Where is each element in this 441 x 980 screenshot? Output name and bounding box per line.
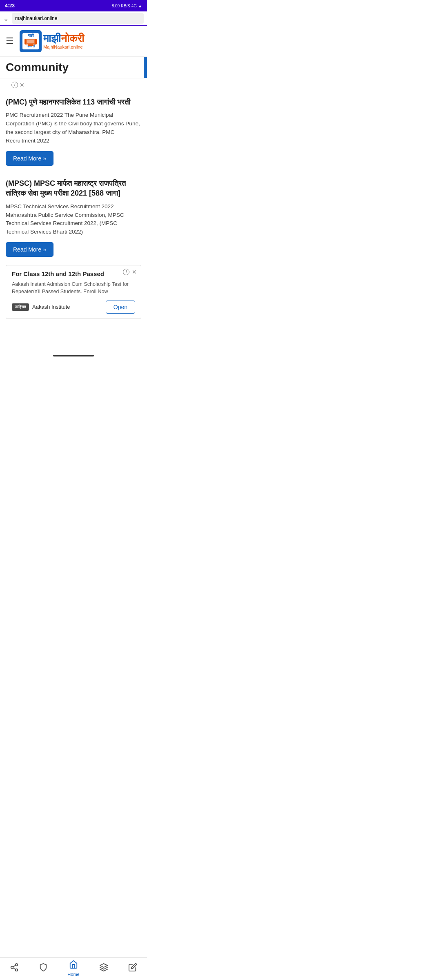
address-bar: ⌄ [0, 11, 147, 26]
article-card-2: (MPSC) MPSC मार्फत महाराष्ट्र राजपत्रित … [6, 170, 141, 261]
ad-banner-icons: i ✕ [123, 269, 137, 275]
ad-brand-badge: जाहिरात [12, 303, 29, 311]
logo-box-inner: माझी नोकरी [22, 33, 39, 49]
article-title-1: (PMC) पुणे महानगरपालिकेत 113 जागांची भरत… [6, 97, 141, 107]
logo-subtitle: MajhiNaukari.online [43, 45, 84, 49]
logo-subtitle-name: MajhiNaukari [43, 45, 69, 49]
ad-banner-info-icon[interactable]: i [123, 269, 129, 275]
gesture-bar [53, 355, 94, 356]
community-title: Community [0, 61, 141, 74]
status-icons: 8.00 KB/S 4G ▲ [112, 4, 142, 8]
ad-brand: जाहिरात Aakash Institute [12, 303, 70, 311]
blue-accent-bar [144, 57, 147, 78]
ad-open-button[interactable]: Open [106, 301, 135, 314]
status-speed: 8.00 KB/S [112, 4, 130, 8]
ad-title: For Class 12th and 12th Passed [12, 270, 135, 277]
ad-info-icon[interactable]: i [11, 82, 18, 88]
logo-title-marathi: माझी [43, 32, 61, 45]
articles-list: (PMC) पुणे महानगरपालिकेत 113 जागांची भरत… [0, 89, 147, 261]
status-time: 4:23 [5, 3, 15, 9]
logo-marathi-text-line1: माझी [28, 34, 34, 38]
site-header: ☰ माझी नोकरी माझीनोकरी MajhiNaukari.onli… [0, 26, 147, 57]
hamburger-menu-button[interactable]: ☰ [6, 37, 14, 46]
logo-subtitle-domain: .online [69, 45, 82, 49]
ad-brand-name: Aakash Institute [32, 304, 70, 310]
status-bar: 4:23 8.00 KB/S 4G ▲ [0, 0, 147, 11]
chevron-down-icon[interactable]: ⌄ [3, 15, 9, 22]
logo-title: माझीनोकरी [43, 33, 84, 44]
site-logo[interactable]: माझी नोकरी माझीनोकरी MajhiNaukari.online [20, 30, 84, 52]
logo-box: माझी नोकरी [20, 30, 42, 52]
ad-banner-close-button[interactable]: ✕ [132, 269, 137, 275]
ad-close-button[interactable]: ✕ [20, 82, 24, 88]
signal-icon: ▲ [138, 4, 142, 8]
community-section: Community [0, 57, 147, 78]
ad-footer: जाहिरात Aakash Institute Open [12, 301, 135, 314]
logo-text: माझीनोकरी MajhiNaukari.online [43, 33, 84, 49]
status-network: 4G [131, 4, 137, 8]
ad-banner: i ✕ For Class 12th and 12th Passed Aakas… [6, 265, 141, 318]
logo-monitor-icon [24, 39, 37, 45]
read-more-button-2[interactable]: Read More » [6, 242, 53, 257]
logo-title-orange: नोकरी [61, 32, 84, 45]
main-content: Community i ✕ (PMC) पुणे महानगरपालिकेत 1… [0, 57, 147, 356]
article-card-1: (PMC) पुणे महानगरपालिकेत 113 जागांची भरत… [6, 89, 141, 170]
bottom-indicator [0, 356, 147, 379]
ad-info-area: i ✕ [0, 78, 147, 89]
ad-description: Aakash Instant Admission Cum Scholarship… [12, 281, 135, 295]
article-excerpt-2: MPSC Technical Services Recruitment 2022… [6, 203, 141, 237]
svg-rect-1 [27, 40, 34, 43]
url-input[interactable] [12, 13, 144, 24]
read-more-button-1[interactable]: Read More » [6, 151, 53, 166]
ad-close-row: i ✕ [6, 80, 141, 89]
article-title-2: (MPSC) MPSC मार्फत महाराष्ट्र राजपत्रित … [6, 178, 141, 198]
article-excerpt-1: PMC Recruitment 2022 The Pune Municipal … [6, 111, 141, 145]
